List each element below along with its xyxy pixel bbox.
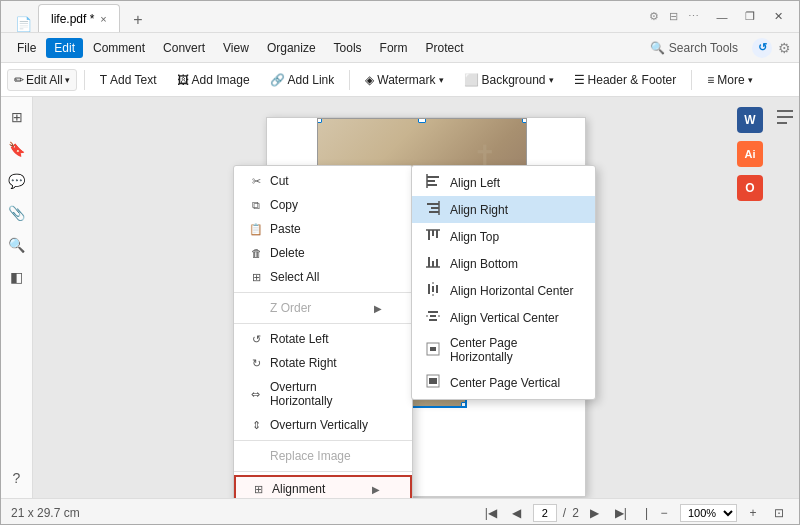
restore-button[interactable]: ❐ bbox=[737, 8, 763, 26]
align-v-center-item[interactable]: Align Vertical Center bbox=[412, 304, 595, 331]
last-page-button[interactable]: ▶| bbox=[611, 503, 631, 523]
paste-icon: 📋 bbox=[248, 223, 264, 236]
ctx-rotate-right[interactable]: ↻Rotate Right bbox=[234, 351, 412, 375]
search-tools-label: Search Tools bbox=[669, 41, 738, 55]
more-button[interactable]: ≡ More ▾ bbox=[699, 69, 760, 91]
svg-rect-13 bbox=[432, 261, 434, 267]
fit-page-button[interactable]: ⊡ bbox=[769, 503, 789, 523]
svg-rect-30 bbox=[777, 122, 787, 124]
menu-comment[interactable]: Comment bbox=[85, 38, 153, 58]
close-button[interactable]: ✕ bbox=[765, 8, 791, 26]
image-icon: 🖼 bbox=[177, 73, 189, 87]
menu-convert[interactable]: Convert bbox=[155, 38, 213, 58]
thumbnail-icon[interactable]: ⊞ bbox=[5, 105, 29, 129]
title-bar: 📄 life.pdf * × + ⚙ ⊟ ⋯ — ❐ ✕ bbox=[1, 1, 799, 33]
menu-form[interactable]: Form bbox=[372, 38, 416, 58]
next-page-button[interactable]: ▶ bbox=[585, 503, 605, 523]
align-h-center-item[interactable]: Align Horizontal Center bbox=[412, 277, 595, 304]
delete-icon: 🗑 bbox=[248, 247, 264, 259]
align-top-item[interactable]: Align Top bbox=[412, 223, 595, 250]
ctx-alignment[interactable]: ⊞Alignment ▶ bbox=[234, 475, 412, 498]
align-bottom-item[interactable]: Align Bottom bbox=[412, 250, 595, 277]
word-icon[interactable]: W bbox=[737, 107, 763, 133]
align-right-item[interactable]: Align Right bbox=[412, 196, 595, 223]
ctx-select-all[interactable]: ⊞Select All bbox=[234, 265, 412, 289]
align-h-center-label: Align Horizontal Center bbox=[450, 284, 573, 298]
main-area: ⊞ 🔖 💬 📎 🔍 ◧ ? ✝ 🚿 bbox=[1, 97, 799, 498]
menu-view[interactable]: View bbox=[215, 38, 257, 58]
add-text-button[interactable]: T Add Text bbox=[92, 69, 165, 91]
zoom-out-button[interactable]: − bbox=[654, 503, 674, 523]
align-h-center-icon bbox=[424, 282, 442, 299]
edit-all-dropdown[interactable]: ✏ Edit All ▾ bbox=[7, 69, 77, 91]
center-page-v-icon bbox=[424, 374, 442, 391]
prev-page-button[interactable]: ◀ bbox=[507, 503, 527, 523]
add-image-button[interactable]: 🖼 Add Image bbox=[169, 69, 258, 91]
page-number-input[interactable] bbox=[533, 504, 557, 522]
ctx-replace-image[interactable]: Replace Image bbox=[234, 444, 412, 468]
ctx-copy[interactable]: ⧉Copy bbox=[234, 193, 412, 217]
copy-icon: ⧉ bbox=[248, 199, 264, 212]
menu-bar: File Edit Comment Convert View Organize … bbox=[1, 33, 799, 63]
right-floating-icons: W Ai O bbox=[737, 107, 763, 201]
edit-all-label: Edit All bbox=[26, 73, 63, 87]
ctx-sep-1 bbox=[234, 292, 412, 293]
alignment-submenu: Align Left Align Right Align Top Align B… bbox=[411, 165, 596, 400]
add-link-button[interactable]: 🔗 Add Link bbox=[262, 69, 343, 91]
watermark-button[interactable]: ◈ Watermark ▾ bbox=[357, 69, 451, 91]
ctx-overturn-v[interactable]: ⇕Overturn Vertically bbox=[234, 413, 412, 437]
zoom-in-button[interactable]: + bbox=[743, 503, 763, 523]
center-page-h-item[interactable]: Center Page Horizontally bbox=[412, 331, 595, 369]
svg-rect-10 bbox=[436, 230, 438, 238]
ctx-cut[interactable]: ✂Cut bbox=[234, 169, 412, 193]
help-icon[interactable]: ? bbox=[5, 466, 29, 490]
align-right-icon bbox=[424, 201, 442, 218]
svg-rect-27 bbox=[429, 378, 437, 384]
search-tools-button[interactable]: 🔍 Search Tools bbox=[642, 39, 746, 57]
office-icon[interactable]: O bbox=[737, 175, 763, 201]
comment-sidebar-icon[interactable]: 💬 bbox=[5, 169, 29, 193]
minimize-button[interactable]: — bbox=[709, 8, 735, 26]
tab-close-button[interactable]: × bbox=[100, 13, 106, 25]
search-tools-area: 🔍 Search Tools ↺ ⚙ bbox=[642, 38, 791, 58]
ctx-overturn-h[interactable]: ⇔Overturn Horizontally bbox=[234, 375, 412, 413]
background-button[interactable]: ⬜ Background ▾ bbox=[456, 69, 562, 91]
menu-organize[interactable]: Organize bbox=[259, 38, 324, 58]
handle-tc[interactable] bbox=[418, 118, 426, 123]
ctx-rotate-left[interactable]: ↺Rotate Left bbox=[234, 327, 412, 351]
panel-toggle[interactable] bbox=[775, 107, 795, 130]
menu-edit[interactable]: Edit bbox=[46, 38, 83, 58]
bookmark-icon[interactable]: 🔖 bbox=[5, 137, 29, 161]
ai-icon[interactable]: Ai bbox=[737, 141, 763, 167]
tab-title: life.pdf * bbox=[51, 12, 94, 26]
ctx-z-order[interactable]: Z Order ▶ bbox=[234, 296, 412, 320]
pdf-tab[interactable]: life.pdf * × bbox=[38, 4, 120, 32]
menu-file[interactable]: File bbox=[9, 38, 44, 58]
search-sidebar-icon[interactable]: 🔍 bbox=[5, 233, 29, 257]
layer-icon[interactable]: ◧ bbox=[5, 265, 29, 289]
center-page-h-label: Center Page Horizontally bbox=[450, 336, 583, 364]
handle2-br[interactable] bbox=[461, 402, 467, 408]
menu-protect[interactable]: Protect bbox=[418, 38, 472, 58]
svg-rect-0 bbox=[427, 176, 439, 178]
center-page-v-item[interactable]: Center Page Vertical bbox=[412, 369, 595, 396]
first-page-button[interactable]: |◀ bbox=[481, 503, 501, 523]
handle-tr[interactable] bbox=[522, 118, 527, 123]
status-right: |◀ ◀ / 2 ▶ ▶| | − 100% 75% 125% 150% + ⊡ bbox=[481, 503, 789, 523]
header-footer-button[interactable]: ☰ Header & Footer bbox=[566, 69, 685, 91]
refresh-icon[interactable]: ↺ bbox=[752, 38, 772, 58]
align-left-item[interactable]: Align Left bbox=[412, 169, 595, 196]
page-size: 21 x 29.7 cm bbox=[11, 506, 80, 520]
align-left-label: Align Left bbox=[450, 176, 500, 190]
ctx-paste[interactable]: 📋Paste bbox=[234, 217, 412, 241]
attachment-icon[interactable]: 📎 bbox=[5, 201, 29, 225]
settings-icon[interactable]: ⚙ bbox=[778, 40, 791, 56]
zoom-select[interactable]: 100% 75% 125% 150% bbox=[680, 504, 737, 522]
handle-tl[interactable] bbox=[317, 118, 322, 123]
rotate-left-icon: ↺ bbox=[248, 333, 264, 346]
toolbar-separator-3 bbox=[691, 70, 692, 90]
ctx-delete[interactable]: 🗑Delete bbox=[234, 241, 412, 265]
tabs-area: 📄 life.pdf * × + bbox=[1, 1, 152, 32]
menu-tools[interactable]: Tools bbox=[326, 38, 370, 58]
new-tab-button[interactable]: + bbox=[124, 8, 152, 32]
